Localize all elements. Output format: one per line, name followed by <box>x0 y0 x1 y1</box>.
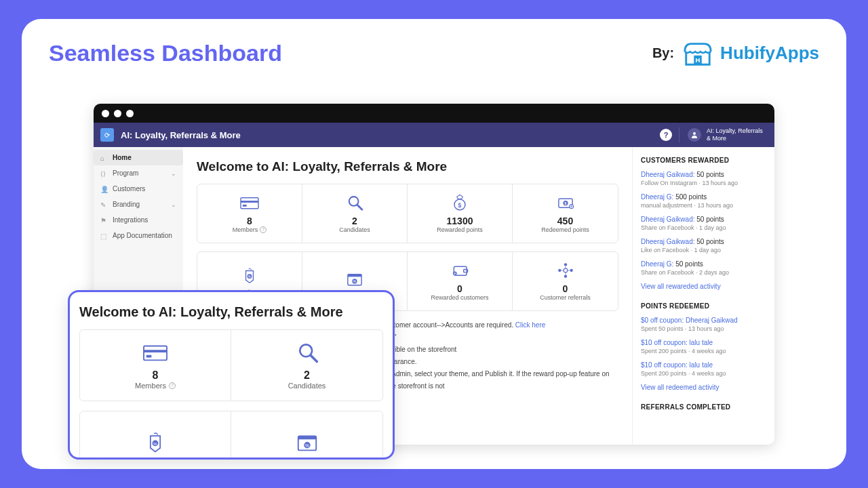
brand-logo: HubifyApps <box>682 39 819 66</box>
sidebar-item-label: App Documentation <box>113 232 172 239</box>
magnified-callout: Welcome to AI: Loyalty, Referrals & More… <box>68 290 395 460</box>
help-button[interactable]: ? <box>660 129 672 141</box>
callout-coupon <box>231 411 382 460</box>
card-icon <box>238 194 261 211</box>
stat-label: Rewarded points <box>437 226 483 233</box>
sidebar-item-label: Home <box>113 154 132 161</box>
callout-members: 8 Members? <box>80 330 231 401</box>
stat-candidates: 2 Candidates <box>302 184 408 243</box>
activity-item: Dheeraj Gaikwad: 50 points Share on Face… <box>641 216 766 231</box>
referrals-completed-heading: REFERRALS COMPLETED <box>641 403 766 411</box>
sidebar-item-label: Integrations <box>113 216 148 224</box>
activity-item: Dheeraj Gaikwad: 50 points Like on Faceb… <box>641 238 766 253</box>
card-icon <box>140 341 170 364</box>
sidebar-item-program[interactable]: ⟨⟩ Program ⌄ <box>94 165 183 181</box>
sidebar-item-label: Branding <box>113 201 140 208</box>
stat-label: Rewarded customers <box>431 294 488 301</box>
window-titlebar <box>94 104 774 123</box>
stat-label: Redeemed points <box>541 226 589 233</box>
home-icon: ⌂ <box>100 155 107 161</box>
stat-value: 11300 <box>447 216 473 226</box>
activity-item: Dheeraj G: 50 points Share on Facebook ·… <box>641 260 766 276</box>
stat-rewarded-points: 11300 Rewarded points <box>408 184 513 243</box>
stat-members: 8 Members? <box>197 184 302 243</box>
by-label: By: <box>652 45 674 61</box>
sidebar-item-docs[interactable]: ⬚ App Documentation <box>94 228 183 243</box>
redeemed-item: $0 off coupon: Dheeraj Gaikwad Spent 50 … <box>641 317 766 332</box>
stat-value: 0 <box>457 283 462 294</box>
redeemed-item: $10 off coupon: lalu tale Spent 200 poin… <box>641 339 766 354</box>
program-icon: ⟨⟩ <box>100 170 107 177</box>
customers-rewarded-heading: CUSTOMERS REWARDED <box>641 157 766 164</box>
maximize-dot[interactable] <box>126 110 134 117</box>
avatar-icon <box>688 128 701 142</box>
coupon-icon <box>343 270 366 288</box>
svg-point-32 <box>693 132 696 135</box>
integrations-icon: ⚑ <box>100 217 107 224</box>
callout-value: 8 <box>153 369 159 382</box>
tag-icon <box>238 267 261 285</box>
stat-label: Members? <box>233 226 267 233</box>
sidebar-item-home[interactable]: ⌂ Home <box>94 150 183 165</box>
close-dot[interactable] <box>102 110 109 117</box>
activity-item: Dheeraj G: 500 points manual adjustment … <box>641 193 766 209</box>
stat-label: Candidates <box>339 226 370 233</box>
stat-value: 0 <box>563 283 568 294</box>
points-redeemed-heading: POINTS REDEEMED <box>641 302 766 310</box>
chevron-down-icon: ⌄ <box>171 201 176 208</box>
stat-value: 8 <box>247 216 252 226</box>
view-all-redeemed-link[interactable]: View all redeemed activity <box>641 384 766 391</box>
callout-value: 2 <box>304 369 310 382</box>
callout-candidates: 2 Candidates <box>231 330 382 401</box>
branding-icon: ✎ <box>100 201 107 208</box>
stat-redeemed-points: 450 Redeemed points <box>513 184 618 243</box>
referral-icon <box>554 262 577 279</box>
wallet-icon <box>448 262 471 279</box>
stat-value: 2 <box>352 216 357 226</box>
stat-value: 450 <box>557 216 573 226</box>
customers-icon: 👤 <box>100 186 107 192</box>
sidebar-item-label: Program <box>113 169 138 177</box>
sidebar-item-label: Customers <box>113 185 145 192</box>
stat-label: Customer referrals <box>540 294 591 301</box>
search-icon <box>343 194 366 211</box>
docs-icon: ⬚ <box>100 232 107 239</box>
reward-icon <box>448 194 471 211</box>
page-title: Seamless Dashboard <box>49 40 282 66</box>
stats-row-1: 8 Members? 2 Candidates 11300 Rewarded p… <box>197 184 618 243</box>
info-icon[interactable]: ? <box>169 382 176 389</box>
callout-row-1: 8 Members? 2 Candidates <box>79 329 383 401</box>
callout-heading: Welcome to AI: Loyalty, Referrals & More <box>79 304 383 320</box>
view-all-rewarded-link[interactable]: View all rewareded activity <box>641 283 766 290</box>
sidebar-item-integrations[interactable]: ⚑ Integrations <box>94 212 183 228</box>
stat-rewarded-customers: 0 Rewarded customers <box>408 252 513 310</box>
chevron-down-icon: ⌄ <box>171 170 176 177</box>
stat-customer-referrals: 0 Customer referrals <box>513 252 618 310</box>
user-menu[interactable]: AI: Loyalty, Referrals & More <box>679 127 768 142</box>
tag-icon <box>140 431 170 454</box>
brand-name: HubifyApps <box>720 43 819 64</box>
sidebar-item-customers[interactable]: 👤 Customers <box>94 181 183 197</box>
redeem-icon <box>554 194 577 211</box>
redeemed-item: $10 off coupon: lalu tale Spent 200 poin… <box>641 361 766 377</box>
user-label: AI: Loyalty, Referrals & More <box>707 127 768 142</box>
store-icon <box>682 39 713 66</box>
callout-label: Candidates <box>288 382 326 390</box>
coupon-icon <box>292 431 322 454</box>
sidebar-item-branding[interactable]: ✎ Branding ⌄ <box>94 197 183 212</box>
search-icon <box>292 341 322 364</box>
minimize-dot[interactable] <box>114 110 121 117</box>
app-title: AI: Loyalty, Referrals & More <box>121 130 241 140</box>
app-icon: ⟳ <box>100 128 114 142</box>
callout-row-2 <box>79 411 383 460</box>
main-heading: Welcome to AI: Loyalty, Referrals & More <box>197 159 618 174</box>
callout-label: Members? <box>135 382 176 390</box>
info-icon[interactable]: ? <box>260 226 267 233</box>
help-link[interactable]: Click here <box>515 321 545 329</box>
app-header: ⟳ AI: Loyalty, Referrals & More ? AI: Lo… <box>94 123 774 147</box>
activity-item: Dheeraj Gaikwad: 50 points Follow On Ins… <box>641 171 766 186</box>
callout-tag <box>80 411 231 460</box>
right-panel: CUSTOMERS REWARDED Dheeraj Gaikwad: 50 p… <box>632 147 774 445</box>
